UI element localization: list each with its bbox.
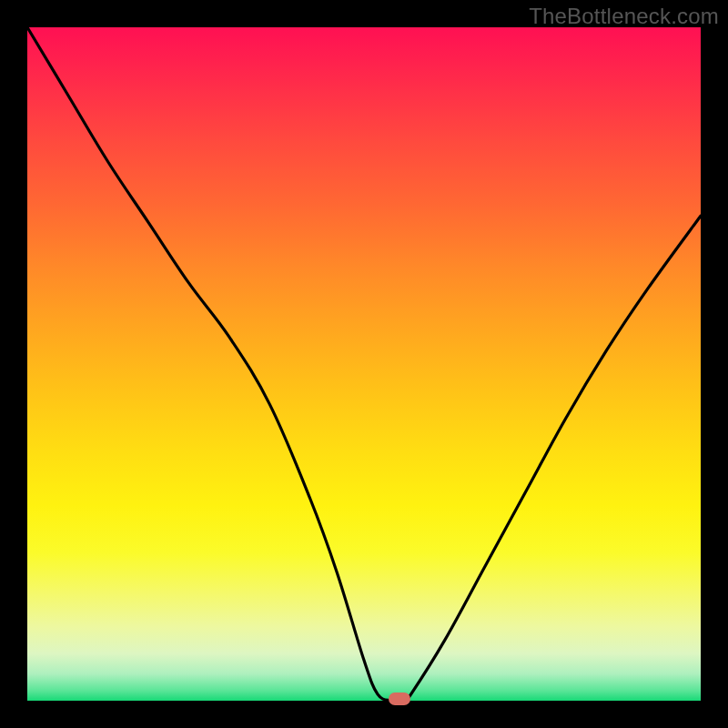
bottleneck-curve <box>27 27 701 701</box>
watermark-text: TheBottleneck.com <box>529 4 719 29</box>
chart-container: TheBottleneck.com <box>0 0 728 728</box>
optimal-point-marker <box>389 693 410 705</box>
